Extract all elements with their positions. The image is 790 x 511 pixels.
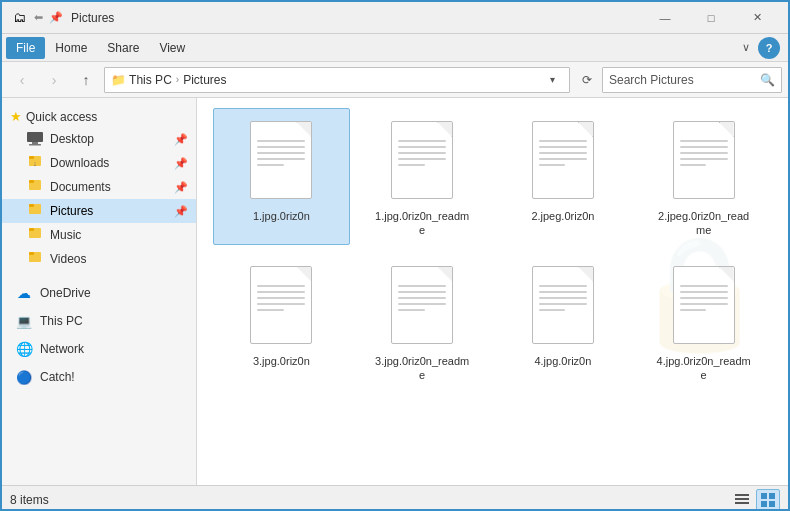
doc-icon-2 — [532, 121, 594, 199]
sidebar-divider-1 — [2, 271, 196, 279]
file-icon-wrapper-3 — [664, 115, 744, 205]
title-bar: 🗂 ⬅ 📌 Pictures — □ ✕ — [2, 2, 788, 34]
desktop-icon — [26, 130, 44, 148]
file-icon-wrapper-1 — [382, 115, 462, 205]
doc-lines-4 — [251, 267, 311, 319]
file-name-7: 4.jpg.0riz0n_readme — [654, 354, 754, 383]
sidebar-item-documents[interactable]: Documents 📌 — [2, 175, 196, 199]
sidebar-item-network[interactable]: 🌐 Network — [2, 335, 196, 363]
pictures-pin-icon: 📌 — [174, 205, 188, 218]
file-name-2: 2.jpeg.0riz0n — [531, 209, 594, 223]
file-item-7[interactable]: 4.jpg.0riz0n_readme — [635, 253, 772, 390]
minimize-button[interactable]: — — [642, 2, 688, 34]
view-grid-button[interactable] — [756, 489, 780, 511]
back-button[interactable]: ‹ — [8, 66, 36, 94]
menu-chevron[interactable]: ∨ — [734, 37, 758, 58]
breadcrumb-sep: › — [176, 74, 179, 85]
sidebar-onedrive-label: OneDrive — [40, 286, 91, 300]
doc-lines-3 — [674, 122, 734, 174]
file-item-6[interactable]: 4.jpg.0riz0n — [495, 253, 632, 390]
svg-rect-9 — [29, 204, 34, 207]
svg-rect-18 — [769, 493, 775, 499]
sidebar-network-label: Network — [40, 342, 84, 356]
menu-share[interactable]: Share — [97, 37, 149, 59]
refresh-button[interactable]: ⟳ — [576, 69, 598, 91]
svg-rect-17 — [761, 493, 767, 499]
star-icon: ★ — [10, 109, 22, 124]
title-buttons: — □ ✕ — [642, 2, 780, 34]
view-list-button[interactable] — [730, 489, 754, 511]
breadcrumb-thispc[interactable]: 📁 This PC — [111, 73, 172, 87]
sidebar-item-downloads[interactable]: ↓ Downloads 📌 — [2, 151, 196, 175]
file-item-1[interactable]: 1.jpg.0riz0n_readme — [354, 108, 491, 245]
file-item-3[interactable]: 2.jpeg.0riz0n_readme — [635, 108, 772, 245]
svg-rect-11 — [29, 228, 34, 231]
doc-icon-7 — [673, 266, 735, 344]
app-icon: 🗂 — [10, 9, 28, 27]
sidebar-catch-label: Catch! — [40, 370, 75, 384]
doc-lines-0 — [251, 122, 311, 174]
doc-lines-1 — [392, 122, 452, 174]
file-icon-wrapper-2 — [523, 115, 603, 205]
breadcrumb-pictures[interactable]: Pictures — [183, 73, 226, 87]
file-icon-wrapper-0 — [241, 115, 321, 205]
quick-access-icon: ⬅ — [34, 11, 43, 24]
search-box[interactable]: Search Pictures 🔍 — [602, 67, 782, 93]
doc-icon-0 — [250, 121, 312, 199]
up-button[interactable]: ↑ — [72, 66, 100, 94]
videos-icon — [26, 250, 44, 268]
menu-view[interactable]: View — [149, 37, 195, 59]
file-item-2[interactable]: 2.jpeg.0riz0n — [495, 108, 632, 245]
svg-rect-19 — [761, 501, 767, 507]
sidebar-quick-access-header[interactable]: ★ Quick access — [2, 106, 196, 127]
sidebar-documents-label: Documents — [50, 180, 111, 194]
doc-lines-5 — [392, 267, 452, 319]
file-name-0: 1.jpg.0riz0n — [253, 209, 310, 223]
menu-file[interactable]: File — [6, 37, 45, 59]
sidebar-item-onedrive[interactable]: ☁ OneDrive — [2, 279, 196, 307]
status-bar: 8 items — [2, 485, 788, 511]
sidebar-desktop-label: Desktop — [50, 132, 94, 146]
menu-home[interactable]: Home — [45, 37, 97, 59]
doc-icon-5 — [391, 266, 453, 344]
doc-lines-2 — [533, 122, 593, 174]
catch-icon: 🔵 — [14, 367, 34, 387]
doc-icon-1 — [391, 121, 453, 199]
svg-rect-20 — [769, 501, 775, 507]
file-name-3: 2.jpeg.0riz0n_readme — [654, 209, 754, 238]
sidebar-item-catch[interactable]: 🔵 Catch! — [2, 363, 196, 391]
sidebar-item-desktop[interactable]: Desktop 📌 — [2, 127, 196, 151]
title-bar-icons: 🗂 ⬅ 📌 — [10, 9, 63, 27]
file-item-5[interactable]: 3.jpg.0riz0n_readme — [354, 253, 491, 390]
svg-rect-2 — [29, 144, 41, 146]
music-icon — [26, 226, 44, 244]
file-icon-wrapper-6 — [523, 260, 603, 350]
view-toggle — [730, 489, 780, 511]
file-item-0[interactable]: 1.jpg.0riz0n — [213, 108, 350, 245]
doc-icon-4 — [250, 266, 312, 344]
sidebar-item-music[interactable]: Music — [2, 223, 196, 247]
network-icon: 🌐 — [14, 339, 34, 359]
file-item-4[interactable]: 3.jpg.0riz0n — [213, 253, 350, 390]
sidebar-item-pictures[interactable]: Pictures 📌 — [2, 199, 196, 223]
forward-button[interactable]: › — [40, 66, 68, 94]
quick-access-pin: 📌 — [49, 11, 63, 24]
doc-icon-3 — [673, 121, 735, 199]
pictures-icon — [26, 202, 44, 220]
close-button[interactable]: ✕ — [734, 2, 780, 34]
help-button[interactable]: ? — [758, 37, 780, 59]
main-content: ★ Quick access Desktop 📌 ↓ Downloads 📌 D… — [2, 98, 788, 485]
sidebar-pictures-label: Pictures — [50, 204, 93, 218]
maximize-button[interactable]: □ — [688, 2, 734, 34]
downloads-icon: ↓ — [26, 154, 44, 172]
files-grid: 1.jpg.0riz0n1.jpg.0riz0n_readme2.jpeg.0r… — [213, 108, 772, 389]
content-area: 🔒 1.jpg.0riz0n1.jpg.0riz0n_readme2.jpeg.… — [197, 98, 788, 485]
sidebar-item-videos[interactable]: Videos — [2, 247, 196, 271]
sidebar-item-thispc[interactable]: 💻 This PC — [2, 307, 196, 335]
svg-text:↓: ↓ — [33, 160, 37, 167]
file-icon-wrapper-7 — [664, 260, 744, 350]
svg-rect-13 — [29, 252, 34, 255]
doc-lines-6 — [533, 267, 593, 319]
address-dropdown[interactable]: ▾ — [541, 69, 563, 91]
address-bar[interactable]: 📁 This PC › Pictures ▾ — [104, 67, 570, 93]
